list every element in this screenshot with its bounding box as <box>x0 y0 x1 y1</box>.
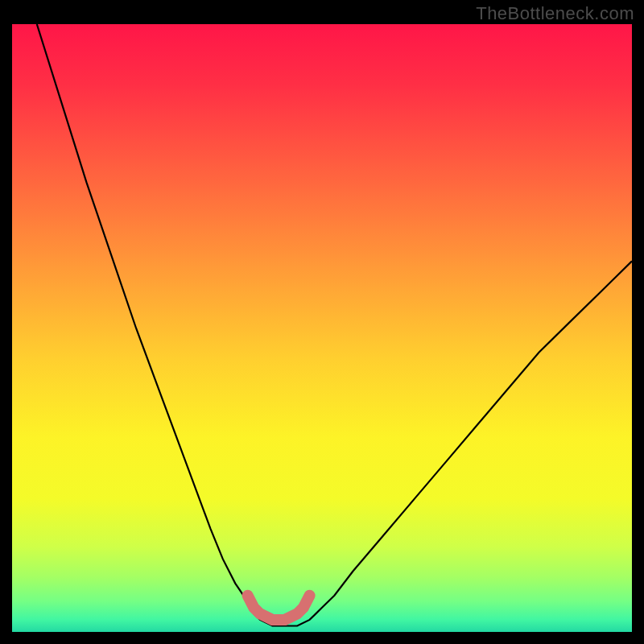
chart-frame <box>12 24 632 632</box>
selected-range-marker <box>248 596 310 620</box>
bottleneck-curve <box>37 24 632 626</box>
attribution-text: TheBottleneck.com <box>476 3 634 24</box>
curve-layer <box>12 24 632 632</box>
plot-area <box>12 24 632 632</box>
